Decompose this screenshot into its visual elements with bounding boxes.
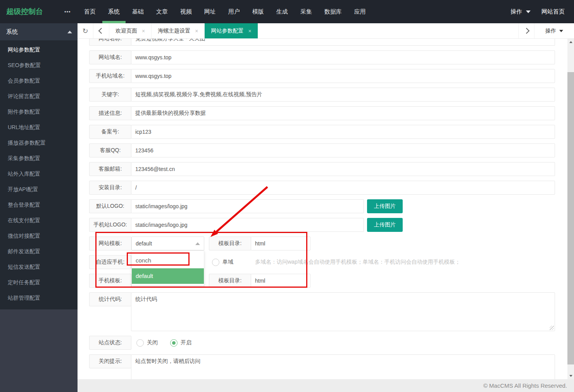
scrollbar-thumb[interactable] [567,72,574,364]
sidebar-item-offsite[interactable]: 站外入库配置 [0,166,78,181]
upload-logo-button[interactable]: 上传图片 [367,199,403,213]
dropdown-option-default[interactable]: default [132,268,204,284]
form-row-close-tip: 关闭提示: 站点暂时关闭，请稍后访问 [89,354,555,379]
site-name-input[interactable]: 免费短视频分享大全 - 天天图 [131,39,555,46]
tab-welcome[interactable]: 欢迎页面 × [109,23,152,38]
form-row-site-template: 网站模板: default 模板目录: html [89,237,555,250]
site-status-on-radio[interactable] [170,339,178,347]
keywords-input[interactable]: 短视频,搞笑视频,视频分享,免费视频,在线视频,预告片 [131,88,555,102]
logo-label: 默认LOGO: [89,199,131,213]
copyright-text: © MacCMS All Rights Reserved. [483,382,567,389]
upload-mobile-logo-button[interactable]: 上传图片 [367,218,403,232]
sidebar-item-seo[interactable]: SEO参数配置 [0,57,78,73]
qq-input[interactable]: 123456 [131,143,555,157]
install-dir-input[interactable]: / [131,181,555,195]
nav-item-home[interactable]: 首页 [84,0,96,23]
site-domain-label: 网站域名: [89,50,131,64]
logo-input[interactable]: static/images/logo.jpg [131,199,364,213]
mobile-template-dir-input[interactable]: html [251,274,310,288]
sidebar-item-wechat[interactable]: 微信对接配置 [0,228,78,243]
sidebar-item-site-params[interactable]: 网站参数配置 [0,42,78,57]
nav-item-video[interactable]: 视频 [180,0,192,23]
template-dropdown-panel: conch default [131,250,204,286]
form-row-mobile-logo: 手机站LOGO: static/images/logo.jpg 上传图片 [89,218,555,232]
sidebar-item-player[interactable]: 播放器参数配置 [0,135,78,150]
stats-code-textarea[interactable]: 统计代码 [131,292,555,331]
close-icon[interactable]: × [195,28,198,34]
form-row-site-domain: 网站域名: www.qsgys.top [89,50,555,64]
sidebar-item-payment[interactable]: 在线支付配置 [0,212,78,228]
form-row-logo: 默认LOGO: static/images/logo.jpg 上传图片 [89,199,555,213]
sidebar-item-sms[interactable]: 短信发送配置 [0,259,78,275]
site-status-off-radio[interactable] [136,339,144,347]
tab-conch-theme[interactable]: 海螺主题设置 × [152,23,205,38]
template-dir-input[interactable]: html [251,237,310,250]
site-name-label: 网站名称: [89,39,131,46]
site-template-select[interactable]: default [131,237,204,250]
navbar-action-dropdown[interactable]: 操作 [510,8,522,16]
site-home-link[interactable]: 网站首页 [541,8,565,16]
description-label: 描述信息: [89,106,131,120]
refresh-button[interactable]: ↻ [78,23,93,38]
sidebar-menu: 网站参数配置 SEO参数配置 会员参数配置 评论留言配置 附件参数配置 URL地… [0,40,78,309]
vertical-scrollbar[interactable] [567,39,574,379]
admin-window: 超级控制台 ••• 首页 系统 基础 文章 视频 网址 用户 模版 生成 采集 … [0,0,574,392]
scrollbar-down-button[interactable] [567,373,574,379]
resize-grip-icon[interactable] [550,326,554,330]
sidebar-item-attachment[interactable]: 附件参数配置 [0,104,78,119]
stats-code-label: 统计代码: [89,292,131,306]
sidebar-item-member[interactable]: 会员参数配置 [0,73,78,88]
site-domain-input[interactable]: www.qsgys.top [131,50,555,64]
form-row-site-name: 网站名称: 免费短视频分享大全 - 天天图 [89,39,555,46]
tab-action-dropdown[interactable]: 操作 [534,23,574,38]
more-icon[interactable]: ••• [64,9,71,15]
nav-item-collect[interactable]: 采集 [300,0,312,23]
tab-site-params[interactable]: 网站参数配置 × [205,23,258,38]
icp-input[interactable]: icp123 [131,125,555,139]
sidebar-group-header[interactable]: 系统 [0,23,78,40]
close-icon[interactable]: × [142,28,145,34]
sidebar-item-cron[interactable]: 定时任务配置 [0,275,78,290]
mobile-logo-label: 手机站LOGO: [89,218,131,232]
mobile-logo-input[interactable]: static/images/logo.jpg [131,218,364,232]
dropdown-option-conch[interactable]: conch [132,253,204,268]
sidebar-item-sitegroup[interactable]: 站群管理配置 [0,290,78,306]
nav-item-basic[interactable]: 基础 [132,0,144,23]
nav-item-url[interactable]: 网址 [204,0,216,23]
nav-item-database[interactable]: 数据库 [324,0,342,23]
footer: © MacCMS All Rights Reserved. [78,379,574,392]
nav-item-article[interactable]: 文章 [156,0,168,23]
scrollbar-up-button[interactable] [567,39,574,45]
close-tip-textarea[interactable]: 站点暂时关闭，请稍后访问 [131,354,555,379]
form-row-site-status: 站点状态: 关闭 开启 [89,336,555,350]
brand-title: 超级控制台 [0,7,64,17]
nav-item-user[interactable]: 用户 [228,0,240,23]
email-input[interactable]: 123456@test.cn [131,162,555,176]
sidebar-item-comment[interactable]: 评论留言配置 [0,88,78,104]
nav-item-generate[interactable]: 生成 [276,0,288,23]
site-template-select-value: default [136,240,152,247]
nav-item-template[interactable]: 模版 [252,0,264,23]
chevron-down-icon [559,30,563,32]
stats-code-value: 统计代码 [135,296,157,302]
close-icon[interactable]: × [248,28,251,34]
close-tip-label: 关闭提示: [89,354,131,368]
form-row-keywords: 关键字: 短视频,搞笑视频,视频分享,免费视频,在线视频,预告片 [89,88,555,102]
sidebar-item-collect[interactable]: 采集参数配置 [0,150,78,166]
sidebar-item-login[interactable]: 整合登录配置 [0,197,78,212]
triangle-down-icon [569,375,572,377]
tab-bar: ↻ 欢迎页面 × 海螺主题设置 × 网站参数配置 × 操作 [78,23,574,39]
form-row-mobile-domain: 手机站域名: www.qsgys.top [89,69,555,83]
nav-item-app[interactable]: 应用 [354,0,366,23]
tabs-scroll-right-button[interactable] [518,23,534,38]
tabs-scroll-left-button[interactable] [93,23,109,38]
tab-label: 海螺主题设置 [158,28,190,35]
sidebar-item-mail[interactable]: 邮件发送配置 [0,243,78,259]
chevron-left-icon [98,28,104,34]
sidebar-item-open-api[interactable]: 开放API配置 [0,181,78,197]
mobile-domain-input[interactable]: www.qsgys.top [131,69,555,83]
sidebar-item-url[interactable]: URL地址配置 [0,119,78,135]
single-domain-radio[interactable] [212,259,219,266]
description-input[interactable]: 提供最新最快的视频分享数据 [131,106,555,120]
nav-item-system[interactable]: 系统 [108,0,120,23]
